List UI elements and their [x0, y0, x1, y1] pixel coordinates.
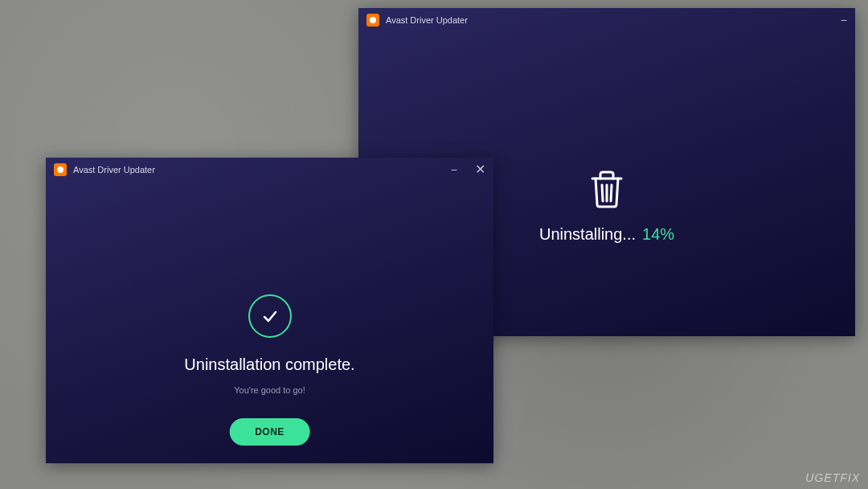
svg-line-0 [602, 185, 603, 201]
window-title: Avast Driver Updater [386, 15, 468, 25]
avast-logo-icon [366, 14, 379, 27]
check-circle-icon [248, 294, 292, 338]
window-title: Avast Driver Updater [73, 165, 155, 175]
titlebar-left: Avast Driver Updater [54, 163, 155, 176]
complete-subtext: You're good to go! [234, 385, 305, 395]
watermark: UGETFIX [805, 471, 860, 484]
titlebar-left: Avast Driver Updater [366, 14, 468, 27]
status-label: Uninstalling... [539, 225, 636, 244]
avast-logo-icon [54, 163, 67, 176]
minimize-button[interactable]: − [841, 14, 847, 26]
close-button[interactable]: ✕ [475, 163, 485, 176]
minimize-button[interactable]: − [451, 164, 457, 175]
svg-line-2 [611, 185, 612, 201]
complete-content: Uninstallation complete. You're good to … [46, 182, 493, 463]
complete-headline: Uninstallation complete. [184, 355, 354, 374]
uninstalling-status: Uninstalling... 14% [539, 225, 674, 244]
titlebar[interactable]: Avast Driver Updater − ✕ [46, 158, 493, 182]
window-complete: Avast Driver Updater − ✕ Uninstallation … [46, 158, 493, 463]
progress-percent: 14% [642, 225, 674, 244]
logo-inner [370, 17, 376, 23]
logo-inner [57, 166, 63, 173]
titlebar-controls: − [841, 14, 847, 26]
trash-icon [589, 169, 624, 209]
done-button[interactable]: DONE [229, 418, 310, 446]
titlebar-controls: − ✕ [451, 163, 485, 176]
titlebar[interactable]: Avast Driver Updater − [358, 8, 855, 32]
